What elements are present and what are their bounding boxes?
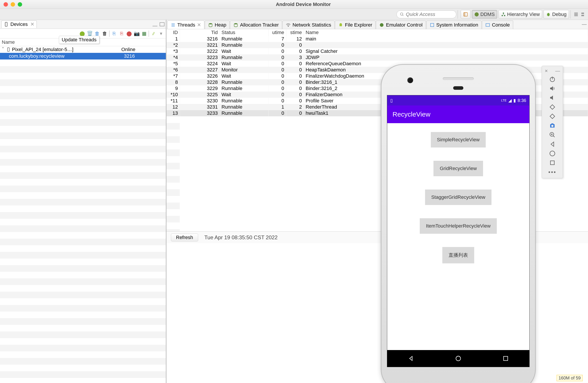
rotate-right-button[interactable] [542,112,563,121]
tab-emulator-control[interactable]: Emulator Control [376,20,426,29]
dump-view-icon[interactable]: ▦ [141,31,147,37]
table-row[interactable]: *33222Wait00Signal Catcher [167,48,588,54]
android-icon [338,22,343,27]
rotate-left-button[interactable] [542,102,563,112]
svg-point-16 [380,23,384,27]
device-row[interactable]: ˅ Pixel_API_24 [emulator-5…] Online [0,46,166,53]
zoom-button[interactable] [542,130,563,139]
tab-label: File Explorer [345,22,372,28]
cell-status: Runnable [220,104,268,110]
col-name[interactable]: Name [304,29,588,36]
update-threads-icon[interactable]: ⎘ [111,31,117,37]
nav-home-button[interactable] [542,149,563,158]
phone-screen[interactable]: ▯ LTE ◢ ▮ 8:36 RecycleView SimpleRecycle… [387,95,529,367]
cell-tid: 3224 [180,61,220,67]
app-bar: RecycleView [387,105,529,123]
cell-tid: 3233 [180,110,220,116]
maximize-icon[interactable] [160,22,165,26]
close-emulator-icon[interactable]: ✕ [545,69,548,73]
col-id[interactable]: ID [167,29,180,36]
refresh-button[interactable]: Refresh [171,233,198,242]
col-stime[interactable]: stime [286,29,304,36]
cell-status: Wait [220,48,268,54]
perspective-debug[interactable]: Debug [544,10,569,19]
tab-threads[interactable]: Threads ✕ [167,20,204,29]
app-button[interactable]: StaggerGridRecycleView [425,190,491,205]
cell-stime: 0 [286,48,304,54]
device-status: Online [121,47,159,52]
minimize-icon[interactable] [152,22,157,26]
stop-icon[interactable]: ⬤ [126,31,132,37]
tab-console[interactable]: Console [482,20,513,29]
phone-icon [6,47,11,52]
quick-access-input[interactable] [406,12,453,17]
home-icon[interactable] [455,355,461,362]
table-row[interactable]: *23221Runnable00 [167,42,588,48]
svg-rect-22 [550,105,555,109]
minimize-icon[interactable] [582,21,587,25]
close-tab-icon[interactable]: ✕ [197,22,201,28]
tab-allocation[interactable]: Allocation Tracker [230,20,282,29]
volume-down-button[interactable] [542,93,563,102]
process-pid: 3216 [124,53,162,59]
speaker-icon [443,77,474,80]
cell-id: *5 [167,61,180,67]
col-tid[interactable]: Tid [180,29,220,36]
cell-tid: 3229 [180,85,220,92]
start-method-profiling-icon[interactable]: ⎘ [118,31,125,37]
cell-name [304,42,588,48]
heap-icon [208,22,213,27]
tab-devices[interactable]: Devices ✕ [1,20,37,28]
table-row[interactable]: 13216Runnable712main [167,36,588,42]
tab-label: System Information [436,22,478,28]
cell-tid: 3231 [180,104,220,110]
tab-file-explorer[interactable]: File Explorer [335,20,376,29]
screenshot-button[interactable] [542,121,563,130]
tab-network[interactable]: Network Statistics [282,20,335,29]
col-status[interactable]: Status [220,29,268,36]
systrace-icon[interactable]: ⫽ [150,31,157,37]
cell-stime: 12 [286,36,304,42]
svg-point-4 [503,12,504,14]
recents-icon[interactable] [503,355,509,362]
screen-capture-icon[interactable]: 📷 [133,31,140,37]
process-row[interactable]: com.luckyboy.recycleview 3216 [0,53,166,59]
app-button[interactable]: 直播列表 [442,247,474,263]
perspective-ddms[interactable]: DDMS [472,10,497,19]
cell-id: *11 [167,98,180,104]
tab-system-info[interactable]: System Information [426,20,482,29]
nav-recents-button[interactable] [542,158,563,167]
perspective-menu-icon[interactable] [580,12,585,17]
tab-heap[interactable]: Heap [205,20,230,29]
close-tab-icon[interactable]: ✕ [30,21,34,27]
cell-status: Wait [220,61,268,67]
cause-gc-icon[interactable]: 🗑 [102,31,108,37]
close-icon[interactable] [3,2,8,7]
maximize-icon[interactable] [18,2,22,7]
perspective-hierarchy[interactable]: Hierarchy View [499,10,542,19]
window-titlebar: Android Device Monitor [0,0,588,9]
quick-access-search[interactable] [397,10,456,18]
tab-label: Network Statistics [293,22,331,28]
app-button[interactable]: SimpleRecycleView [431,132,486,148]
table-row[interactable]: *43223Runnable03JDWP [167,54,588,61]
col-utime[interactable]: utime [268,29,286,36]
cell-tid: 3216 [180,36,220,42]
cell-id: 8 [167,79,180,85]
minimize-icon[interactable] [11,2,15,7]
cell-utime: 0 [268,85,286,92]
cell-id: 12 [167,104,180,110]
app-button[interactable]: GridRecycleView [434,161,483,176]
app-button[interactable]: ItemTouchHelperRecycleView [420,218,497,234]
open-perspective-button[interactable] [461,10,470,19]
volume-up-button[interactable] [542,84,563,93]
nav-back-button[interactable] [542,139,563,149]
dropdown-icon[interactable]: ▾ [158,31,164,37]
more-button[interactable]: ••• [542,167,563,177]
power-button[interactable] [542,75,563,84]
cell-stime: 0 [286,85,304,92]
back-icon[interactable] [408,355,414,362]
expand-icon[interactable]: ˅ [2,47,6,52]
minimize-emulator-icon[interactable]: — [555,68,560,74]
perspective-menu-icon[interactable] [573,12,579,17]
